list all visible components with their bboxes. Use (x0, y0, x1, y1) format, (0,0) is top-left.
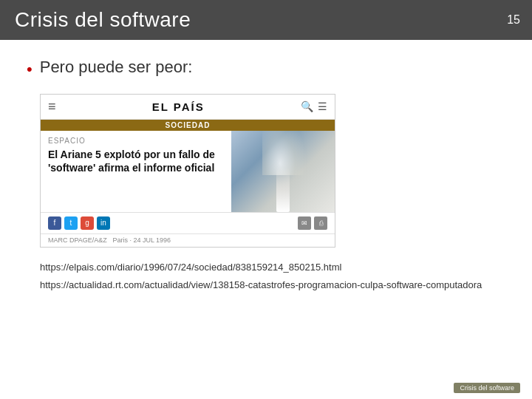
social-icons: f t g in (48, 216, 110, 230)
article-image (231, 131, 335, 212)
twitter-icon[interactable]: t (64, 216, 78, 230)
bullet-dot: • (27, 59, 33, 81)
search-icon[interactable]: 🔍 (301, 100, 313, 112)
share-icons: ✉ ⎙ (298, 216, 327, 230)
article-logo: EL PAÍS (56, 100, 301, 113)
googleplus-icon[interactable]: g (81, 216, 94, 230)
article-meta: MARC DPAGE/A&Z Paris · 24 JUL 1996 (41, 233, 335, 247)
links-area: https://elpais.com/diario/1996/07/24/soc… (40, 261, 505, 292)
article-header: ≡ EL PAÍS 🔍 ☰ (41, 95, 335, 120)
main-content: • Pero puede ser peor: ≡ EL PAÍS 🔍 ☰ SOC… (0, 40, 532, 308)
article-author: MARC DPAGE/A&Z (48, 236, 107, 244)
bullet-text: Pero puede ser peor: (40, 58, 193, 77)
menu-icon[interactable]: ≡ (48, 99, 56, 115)
article-body: ESPACIO El Ariane 5 explotó por un fallo… (41, 131, 335, 212)
link-2[interactable]: https://actualidad.rt.com/actualidad/vie… (40, 279, 505, 292)
bullet-item: • Pero puede ser peor: (27, 58, 505, 81)
slide-number: 15 (507, 13, 520, 27)
article-header-icons: 🔍 ☰ (301, 100, 327, 112)
article-date: Paris · 24 JUL 1996 (112, 236, 171, 244)
linkedin-icon[interactable]: in (97, 216, 110, 230)
email-share-icon[interactable]: ✉ (298, 216, 311, 230)
slide-title: Crisis del software (15, 8, 191, 32)
facebook-icon[interactable]: f (48, 216, 61, 230)
article-headline[interactable]: El Ariane 5 explotó por un fallo de 'sof… (48, 148, 224, 174)
article-footer: f t g in ✉ ⎙ (41, 212, 335, 233)
article-card: ≡ EL PAÍS 🔍 ☰ SOCIEDAD ESPACIO El Ariane… (40, 94, 335, 248)
nav-icon[interactable]: ☰ (318, 100, 327, 112)
slide-header: Crisis del software 15 (0, 0, 532, 40)
footer-watermark: Crisis del software (454, 383, 520, 393)
section-tag: SOCIEDAD (41, 120, 335, 131)
article-section-label: ESPACIO (48, 137, 224, 145)
article-text-area: ESPACIO El Ariane 5 explotó por un fallo… (41, 131, 231, 212)
print-icon[interactable]: ⎙ (314, 216, 327, 230)
link-1[interactable]: https://elpais.com/diario/1996/07/24/soc… (40, 261, 505, 274)
